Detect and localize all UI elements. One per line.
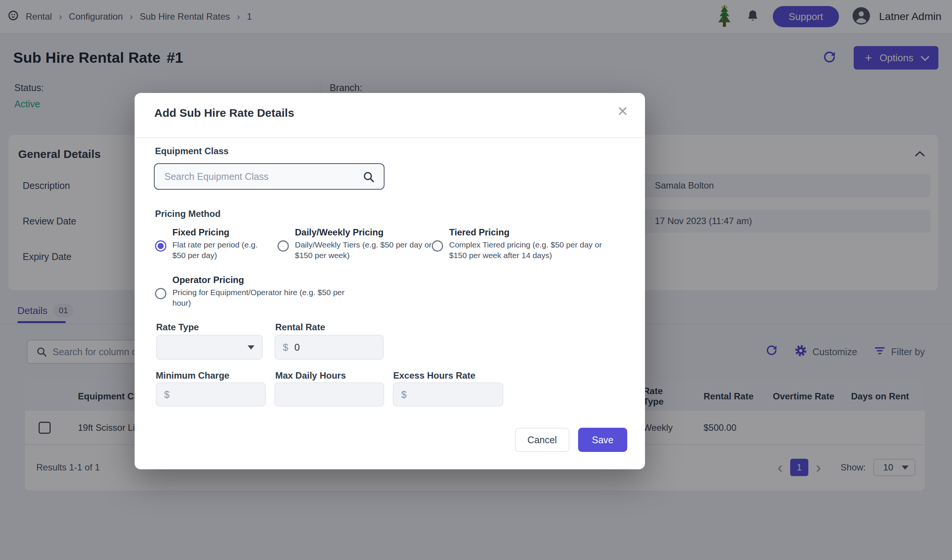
minimum-charge-field: $ [156, 382, 266, 407]
option-title: Tiered Pricing [449, 226, 620, 239]
pricing-option-fixed[interactable]: Fixed Pricing Flat rate per period (e.g.… [155, 226, 278, 261]
equipment-class-label: Equipment Class [155, 146, 229, 156]
caret-down-icon [248, 345, 254, 350]
radio-fixed-pricing[interactable] [155, 240, 166, 252]
pricing-method-options: Fixed Pricing Flat rate per period (e.g.… [155, 226, 626, 261]
option-title: Daily/Weekly Pricing [295, 226, 433, 239]
option-description: Pricing for Equipment/Operator hire (e.g… [172, 287, 346, 308]
excess-hours-rate-field: $ [393, 382, 503, 407]
excess-hours-rate-label: Excess Hours Rate [393, 370, 475, 381]
modal-header-divider [135, 137, 645, 138]
pricing-option-tiered[interactable]: Tiered Pricing Complex Tiered pricing (e… [432, 226, 626, 261]
radio-tiered-pricing[interactable] [432, 240, 443, 252]
option-title: Operator Pricing [172, 274, 346, 286]
equipment-class-search-input[interactable] [155, 164, 384, 189]
option-description: Flat rate per period (e.g. $50 per day) [172, 240, 271, 261]
rate-type-label: Rate Type [156, 322, 199, 333]
add-sub-hire-rate-modal: Add Sub Hire Rate Details ✕ Equipment Cl… [135, 93, 645, 469]
rate-type-select[interactable] [156, 335, 263, 360]
close-icon[interactable]: ✕ [617, 104, 628, 119]
equipment-class-search [154, 163, 385, 190]
currency-prefix: $ [164, 389, 169, 401]
excess-hours-rate-input[interactable] [412, 389, 495, 401]
currency-prefix: $ [401, 389, 406, 401]
option-description: Complex Tiered pricing (e.g. $50 per day… [449, 240, 620, 261]
search-icon [363, 171, 375, 184]
rental-rate-field: $ [274, 335, 384, 360]
option-description: Daily/Weekly Tiers (e.g. $50 per day or … [295, 240, 433, 261]
pricing-option-daily-weekly[interactable]: Daily/Weekly Pricing Daily/Weekly Tiers … [278, 226, 432, 261]
pricing-option-operator[interactable]: Operator Pricing Pricing for Equipment/O… [155, 274, 348, 308]
currency-prefix: $ [283, 342, 288, 353]
rental-rate-label: Rental Rate [275, 322, 325, 333]
save-button[interactable]: Save [578, 428, 627, 452]
cancel-button[interactable]: Cancel [515, 428, 569, 452]
pricing-method-label: Pricing Method [155, 209, 220, 219]
radio-daily-weekly-pricing[interactable] [278, 240, 289, 252]
rental-rate-input[interactable] [294, 342, 375, 353]
minimum-charge-input[interactable] [175, 389, 257, 401]
minimum-charge-label: Minimum Charge [156, 370, 229, 381]
max-daily-hours-field [274, 382, 384, 407]
max-daily-hours-label: Max Daily Hours [275, 370, 346, 381]
option-title: Fixed Pricing [172, 226, 271, 239]
modal-title: Add Sub Hire Rate Details [154, 107, 294, 119]
max-daily-hours-input[interactable] [283, 389, 376, 401]
radio-operator-pricing[interactable] [155, 288, 166, 299]
